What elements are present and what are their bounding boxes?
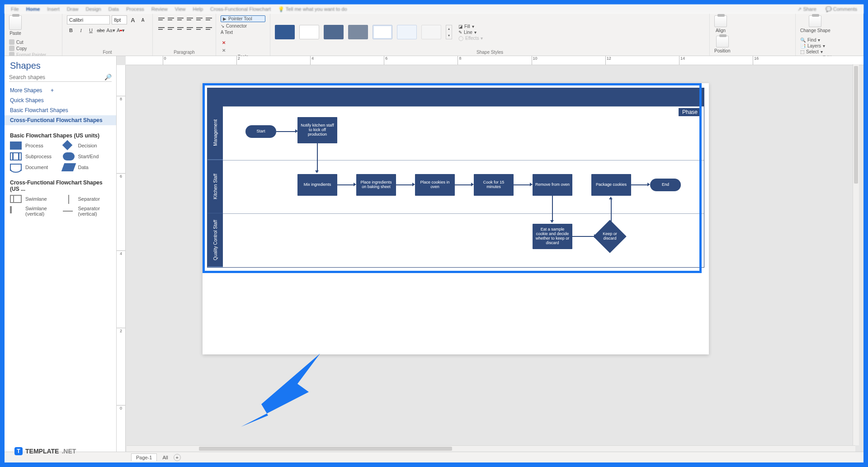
menu-data[interactable]: Data bbox=[108, 6, 119, 12]
page-tab-1[interactable]: Page-1 bbox=[131, 453, 157, 461]
comments-button[interactable]: 💬 Comments bbox=[826, 6, 857, 12]
cut-button[interactable]: Cut bbox=[9, 39, 46, 45]
lane-header-management[interactable]: Management bbox=[208, 106, 223, 160]
node-place[interactable]: Place ingredients on baking sheet bbox=[356, 174, 396, 196]
lane-row-2[interactable] bbox=[223, 213, 704, 267]
delete-all-button[interactable]: ✕ bbox=[221, 47, 227, 53]
diagram-title-bar[interactable] bbox=[208, 88, 704, 106]
menu-insert[interactable]: Insert bbox=[47, 6, 60, 12]
lane-row-0[interactable] bbox=[223, 106, 704, 160]
change-shape-button[interactable]: Change Shape bbox=[800, 15, 830, 33]
indent-inc-button[interactable] bbox=[205, 15, 213, 24]
node-package[interactable]: Package cookies bbox=[591, 174, 631, 196]
italic-button[interactable]: I bbox=[77, 26, 85, 34]
delete-button[interactable]: ✕ bbox=[221, 39, 227, 46]
node-sample[interactable]: Eat a sample cookie and decide whether t… bbox=[533, 224, 572, 249]
connector-tool-button[interactable]: ↘ Connector bbox=[221, 24, 265, 28]
style-swatch-2[interactable] bbox=[299, 25, 319, 39]
shape-effects-button[interactable]: ◯ Effects ▾ bbox=[458, 36, 483, 41]
shape-data[interactable]: Data bbox=[63, 163, 111, 171]
stencil-cross-functional[interactable]: Cross-Functional Flowchart Shapes bbox=[5, 115, 116, 125]
grow-font-button[interactable]: A bbox=[129, 16, 137, 24]
stencil-more-shapes[interactable]: More Shapes + bbox=[5, 85, 116, 95]
shape-swimlane-vertical[interactable]: Swimlane (vertical) bbox=[10, 206, 58, 217]
bullets-button[interactable] bbox=[186, 25, 194, 33]
shapes-search-input[interactable] bbox=[9, 74, 103, 80]
align-middle-button[interactable] bbox=[167, 25, 175, 33]
layers-button[interactable]: 📑 Layers ▾ bbox=[800, 43, 825, 48]
shape-separator-vertical[interactable]: Separator (vertical) bbox=[63, 206, 111, 217]
node-cook[interactable]: Cook for 15 minutes bbox=[474, 174, 514, 196]
menu-contextual[interactable]: Cross-Functional Flowchart bbox=[210, 6, 271, 12]
align-left-button[interactable] bbox=[157, 15, 165, 24]
indent-dec-button[interactable] bbox=[195, 15, 203, 24]
shape-line-button[interactable]: ✎ Line ▾ bbox=[458, 30, 483, 35]
search-icon[interactable]: 🔎 bbox=[104, 74, 112, 80]
share-button[interactable]: ↗ Share bbox=[797, 6, 816, 12]
node-remove[interactable]: Remove from oven bbox=[533, 174, 572, 196]
stencil-basic-flowchart[interactable]: Basic Flowchart Shapes bbox=[5, 105, 116, 115]
select-button[interactable]: ⬚ Select ▾ bbox=[800, 49, 825, 54]
find-button[interactable]: 🔍 Find ▾ bbox=[800, 38, 825, 42]
style-swatch-6[interactable] bbox=[397, 25, 417, 39]
lane-header-qc[interactable]: Quality Control Staff bbox=[208, 213, 223, 267]
style-swatch-1[interactable] bbox=[275, 25, 295, 39]
shape-swimlane[interactable]: Swimlane bbox=[10, 195, 58, 203]
menu-home[interactable]: Home bbox=[26, 6, 40, 12]
font-name-select[interactable]: Calibri bbox=[67, 15, 110, 24]
stencil-quick-shapes[interactable]: Quick Shapes bbox=[5, 95, 116, 105]
tell-me[interactable]: 💡 Tell me what you want to do bbox=[278, 6, 347, 12]
all-pages-button[interactable]: All bbox=[162, 455, 168, 460]
align-center-button[interactable] bbox=[167, 15, 175, 24]
text-direction-button[interactable] bbox=[205, 25, 213, 33]
text-tool-button[interactable]: A Text bbox=[221, 30, 265, 35]
copy-button[interactable]: Copy bbox=[9, 46, 46, 51]
style-swatch-3[interactable] bbox=[324, 25, 344, 39]
underline-button[interactable]: U bbox=[87, 26, 95, 34]
shape-subprocess[interactable]: Subprocess bbox=[10, 152, 58, 160]
align-right-button[interactable] bbox=[176, 15, 184, 24]
bold-button[interactable]: B bbox=[67, 26, 75, 34]
shape-decision[interactable]: Decision bbox=[63, 142, 111, 150]
align-justify-button[interactable] bbox=[186, 15, 194, 24]
node-notify[interactable]: Notify kitchen staff to kick off product… bbox=[297, 117, 337, 143]
align-bottom-button[interactable] bbox=[176, 25, 184, 33]
font-color-button[interactable]: A▾ bbox=[117, 26, 125, 34]
lane-row-1[interactable] bbox=[223, 160, 704, 214]
menu-design[interactable]: Design bbox=[85, 6, 101, 12]
font-size-select[interactable]: 8pt bbox=[112, 15, 127, 24]
menu-view[interactable]: View bbox=[175, 6, 186, 12]
add-page-button[interactable]: + bbox=[174, 454, 181, 461]
align-button[interactable]: Align bbox=[714, 15, 727, 33]
pointer-tool-button[interactable]: ▶ Pointer Tool bbox=[221, 15, 265, 22]
menu-help[interactable]: Help bbox=[193, 6, 203, 12]
paste-button[interactable]: Paste bbox=[9, 15, 22, 36]
node-oven[interactable]: Place cookies in oven bbox=[415, 174, 455, 196]
shape-fill-button[interactable]: ◪ Fill ▾ bbox=[458, 24, 483, 29]
align-top-button[interactable] bbox=[157, 25, 165, 33]
menu-review[interactable]: Review bbox=[151, 6, 168, 12]
node-start[interactable]: Start bbox=[245, 125, 276, 138]
node-end[interactable]: End bbox=[650, 179, 681, 191]
node-mix[interactable]: Mix ingredients bbox=[297, 174, 337, 196]
style-swatch-5[interactable] bbox=[373, 25, 392, 39]
lane-header-kitchen[interactable]: Kitchen Staff bbox=[208, 160, 223, 214]
style-swatch-7[interactable] bbox=[421, 25, 441, 39]
drawing-canvas[interactable]: Phase Management Kitchen Staff Quality C… bbox=[126, 65, 863, 452]
swimlane-diagram[interactable]: Phase Management Kitchen Staff Quality C… bbox=[207, 88, 704, 268]
shape-start-end[interactable]: Start/End bbox=[63, 152, 111, 160]
menu-process[interactable]: Process bbox=[126, 6, 144, 12]
shape-separator[interactable]: Separator bbox=[63, 195, 111, 203]
style-swatch-4[interactable] bbox=[348, 25, 368, 39]
position-button[interactable]: Position bbox=[714, 36, 731, 53]
strike-button[interactable]: abc bbox=[97, 26, 105, 34]
shrink-font-button[interactable]: A bbox=[139, 16, 147, 24]
page-surface[interactable]: Phase Management Kitchen Staff Quality C… bbox=[203, 83, 709, 354]
style-gallery-expand[interactable]: ▴▾ bbox=[446, 25, 452, 39]
vertical-scrollbar[interactable] bbox=[853, 64, 859, 445]
text-size-button[interactable]: Aa▾ bbox=[107, 26, 115, 34]
shape-document[interactable]: Document bbox=[10, 163, 58, 171]
horizontal-scrollbar[interactable] bbox=[127, 445, 855, 452]
menu-draw[interactable]: Draw bbox=[67, 6, 79, 12]
rotate-text-button[interactable] bbox=[195, 25, 203, 33]
